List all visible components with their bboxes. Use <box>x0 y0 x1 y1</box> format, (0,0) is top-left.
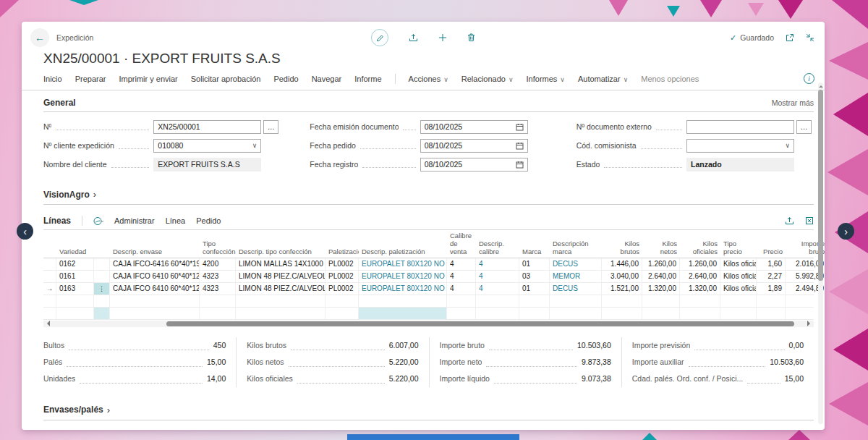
horizontal-scrollbar[interactable] <box>43 321 814 327</box>
empty-cell[interactable] <box>519 295 550 307</box>
edit-icon[interactable] <box>371 29 388 46</box>
open-in-excel-icon[interactable] <box>805 216 814 225</box>
popout-window-icon[interactable] <box>786 33 794 42</box>
cell-kilos-oficiales[interactable]: 2.640,00 <box>680 271 720 282</box>
input-field-n-documento-externo[interactable] <box>686 120 794 134</box>
new-record-icon[interactable] <box>438 33 447 42</box>
column-header-kilos-netos[interactable]: Kilos netos <box>642 230 680 258</box>
envases-section-header[interactable]: Envases/palés › <box>43 405 814 420</box>
cell-tipo-confeccion[interactable]: 4323 <box>200 283 236 295</box>
cell-variedad[interactable]: 0162 <box>56 258 94 270</box>
empty-cell[interactable] <box>602 295 642 307</box>
cell-calibre-de-venta[interactable]: 4 <box>447 271 476 282</box>
column-header-paletizacion[interactable]: Paletización <box>326 230 359 258</box>
empty-cell[interactable] <box>200 308 236 319</box>
cell-descrip-envase[interactable]: CAJA IFCO-6416 60*40*190 <box>110 258 200 270</box>
scrollbar-thumb[interactable] <box>818 90 823 281</box>
empty-cell[interactable] <box>680 295 720 307</box>
empty-cell[interactable] <box>94 295 110 307</box>
empty-cell[interactable] <box>56 308 94 319</box>
input-field-n[interactable]: XN25/00001 <box>153 120 261 134</box>
empty-cell[interactable] <box>757 295 786 307</box>
empty-cell[interactable] <box>680 308 720 319</box>
cell-tipo-precio[interactable]: Kilos oficial... <box>720 283 757 295</box>
cell-descrip-calibre[interactable]: 4 <box>476 271 519 282</box>
cell-precio[interactable]: 1,60 <box>757 258 786 270</box>
cell-kilos-brutos[interactable]: 1.446,00 <box>602 258 642 270</box>
cell-marca[interactable]: 03 <box>519 271 550 282</box>
column-header-tipo-precio[interactable]: Tipo precio <box>720 230 757 258</box>
menu-dropdown-automatizar[interactable]: Automatizar∨ <box>578 75 628 83</box>
cell-tipo-precio[interactable]: Kilos oficial... <box>720 258 757 270</box>
input-field-cod-comisionista[interactable]: ∨ <box>686 139 794 153</box>
menu-item-preparar[interactable]: Preparar <box>75 75 106 83</box>
menu-item-informe[interactable]: Informe <box>354 75 381 83</box>
empty-cell[interactable] <box>110 295 200 307</box>
cell-marca[interactable]: 01 <box>519 283 550 295</box>
input-field-fecha-emision-documento[interactable]: 08/10/2025 <box>420 120 528 134</box>
column-header-marca[interactable]: Marca <box>519 230 550 258</box>
empty-cell[interactable] <box>56 295 94 307</box>
menu-item-inicio[interactable]: Inicio <box>43 75 62 83</box>
scroll-up-icon[interactable] <box>819 83 823 88</box>
row-selector[interactable] <box>43 308 56 319</box>
delete-icon[interactable] <box>467 33 475 42</box>
next-record-button[interactable]: › <box>838 223 854 240</box>
cell-descripcion-marca[interactable]: MEMOR <box>550 271 602 282</box>
cell-descrip-tipo-confeccion[interactable]: LIMON 48 PIEZ.C/ALVEOLO <box>236 283 326 295</box>
menu-item-imprimir-y-enviar[interactable]: Imprimir y enviar <box>119 75 177 83</box>
cell-descrip-calibre[interactable]: 4 <box>476 283 519 295</box>
cell-paletizacion[interactable]: PL0002 <box>326 258 359 270</box>
chevron-down-icon[interactable]: ∨ <box>252 142 258 149</box>
cell-descrip-tipo-confeccion[interactable]: LIMON MALLAS 14X1000 <box>236 258 326 270</box>
scrollbar-thumb[interactable] <box>166 321 794 326</box>
cell-descrip-paletizacion[interactable]: EUROPALET 80X120 NO RETOR <box>359 258 447 270</box>
cell-descripcion-marca[interactable]: DECUS <box>550 258 602 270</box>
collapse-icon[interactable] <box>806 33 814 42</box>
column-header-tipo-confeccion[interactable]: Tipo confección <box>200 230 236 258</box>
cell-descrip-envase[interactable]: CAJA IFCO 6410 60*40*125 <box>110 283 200 295</box>
cell-kilos-oficiales[interactable]: 1.320,00 <box>680 283 720 295</box>
empty-cell[interactable] <box>326 308 359 319</box>
empty-cell[interactable] <box>642 308 680 319</box>
cell-descrip-paletizacion[interactable]: EUROPALET 80X120 NO RETOR <box>359 271 447 282</box>
cell-descrip-tipo-confeccion[interactable]: LIMON 48 PIEZ.C/ALVEOLO <box>236 271 326 282</box>
column-header-descrip-calibre[interactable]: Descrip. calibre <box>476 230 519 258</box>
empty-cell[interactable] <box>720 295 757 307</box>
menu-more-options[interactable]: Menos opciones <box>641 75 699 83</box>
cell-variedad[interactable]: 0163 <box>56 283 94 295</box>
visionagro-section-header[interactable]: VisionAgro › <box>43 189 814 205</box>
row-selector[interactable] <box>43 271 56 282</box>
scroll-left-icon[interactable] <box>44 321 50 326</box>
cell-kilos-netos[interactable]: 2.640,00 <box>642 271 680 282</box>
column-header-descrip-envase[interactable]: Descrip. envase <box>110 230 200 258</box>
column-header-descrip-tipo-confeccion[interactable]: Descrip. tipo confección <box>236 230 326 258</box>
calendar-icon[interactable] <box>516 161 524 169</box>
cell-kilos-brutos[interactable]: 3.040,00 <box>602 271 642 282</box>
cell-descripcion-marca[interactable]: DECUS <box>550 283 602 295</box>
empty-cell[interactable] <box>550 295 602 307</box>
cell-item[interactable] <box>94 258 110 270</box>
cell-tipo-precio[interactable]: Kilos oficial... <box>720 271 757 282</box>
back-icon[interactable]: ← <box>30 28 49 47</box>
scroll-right-icon[interactable] <box>807 321 813 326</box>
cell-calibre-de-venta[interactable]: 4 <box>447 258 476 270</box>
input-field-n-cliente-expedicion[interactable]: 010080∨ <box>153 139 261 153</box>
share-icon[interactable] <box>409 33 418 42</box>
column-header-calibre-de-venta[interactable]: Calibre de venta <box>447 230 476 258</box>
empty-cell[interactable] <box>642 295 680 307</box>
cell-descrip-paletizacion[interactable]: EUROPALET 80X120 NO RETOR <box>359 283 447 295</box>
empty-cell[interactable] <box>236 295 326 307</box>
column-header-descrip-paletizacion[interactable]: Descrip. paletización <box>359 230 447 258</box>
cell-marca[interactable]: 01 <box>519 258 550 270</box>
cell-descrip-envase[interactable]: CAJA IFCO 6410 60*40*125 <box>110 271 200 282</box>
lines-menu-administrar[interactable]: Administrar <box>114 216 155 225</box>
empty-cell[interactable] <box>110 308 200 319</box>
lines-options-icon[interactable] <box>93 216 103 226</box>
cell-precio[interactable]: 1,89 <box>757 283 786 295</box>
info-icon[interactable]: i <box>804 73 814 84</box>
empty-cell[interactable] <box>447 295 476 307</box>
cell-tipo-confeccion[interactable]: 4323 <box>200 271 236 282</box>
column-header-item[interactable] <box>94 230 110 258</box>
cell-paletizacion[interactable]: PL0002 <box>326 283 359 295</box>
